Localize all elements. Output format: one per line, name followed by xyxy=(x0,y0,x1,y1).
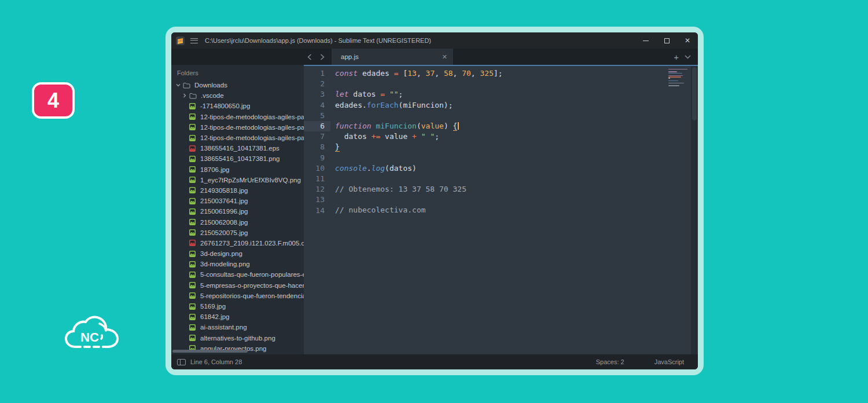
tree-file[interactable]: 2150061996.jpg xyxy=(171,206,304,217)
chevron-right-icon[interactable] xyxy=(181,93,188,98)
minimap[interactable] xyxy=(668,69,689,87)
tree-file[interactable]: 26761273_2109.i121.023.F.m005.c9.isometr xyxy=(171,238,304,248)
image-file-icon xyxy=(187,250,197,258)
title-bar[interactable]: C:\Users\jrclu\Downloads\app.js (Downloa… xyxy=(171,32,698,49)
code-editor[interactable]: 1234567891011121314 const edades = [13, … xyxy=(304,65,698,354)
image-file-icon xyxy=(187,313,197,321)
token-kw: let xyxy=(335,90,348,98)
code-line[interactable] xyxy=(335,153,698,163)
image-file-icon xyxy=(187,155,197,163)
maximize-button[interactable] xyxy=(656,32,677,49)
tree-folder[interactable]: .vscode xyxy=(171,90,304,101)
code-line[interactable]: // nubecolectiva.com xyxy=(335,205,698,215)
code-line[interactable]: } xyxy=(335,142,698,152)
tree-file[interactable]: -1714800650.jpg xyxy=(171,101,304,111)
line-number: 13 xyxy=(304,195,330,205)
image-file-icon xyxy=(187,292,197,299)
close-button[interactable]: ✕ xyxy=(677,32,698,49)
tree-file[interactable]: 12-tipos-de-metodologias-agiles-parte-2- xyxy=(171,133,304,143)
code-content[interactable]: const edades = [13, 37, 58, 70, 325];let… xyxy=(330,66,698,354)
token-plain: datos xyxy=(335,132,372,141)
menu-icon[interactable] xyxy=(190,38,198,43)
cursor-position[interactable]: Line 6, Column 28 xyxy=(190,358,242,365)
token-support: log xyxy=(372,164,385,173)
token-num: 70 xyxy=(462,69,471,78)
tree-file[interactable]: 5-empresas-o-proyectos-que-hacen-devop xyxy=(171,280,304,291)
token-num: 325 xyxy=(480,69,494,78)
minimap-line xyxy=(668,84,670,85)
tree-file[interactable]: 3d-modeling.png xyxy=(171,259,304,269)
code-line[interactable]: let datos = ""; xyxy=(335,89,698,100)
code-line[interactable]: // Obtenemos: 13 37 58 70 325 xyxy=(335,184,698,195)
token-kw: function xyxy=(335,122,372,130)
tree-item-label: alternatives-to-github.png xyxy=(200,335,275,342)
token-kw: const xyxy=(335,69,358,78)
sublime-text-window: C:\Users\jrclu\Downloads\app.js (Downloa… xyxy=(171,32,698,369)
tree-file[interactable]: alternatives-to-github.png xyxy=(171,333,304,343)
tab-close-icon[interactable]: ✕ xyxy=(442,53,447,61)
indentation-setting[interactable]: Spaces: 2 xyxy=(596,358,624,365)
tree-file[interactable]: 61842.jpg xyxy=(171,312,304,322)
main-area: Folders Downloads.vscode-1714800650.jpg1… xyxy=(171,65,698,354)
tree-item-label: 1_eyc7tRpZsMrUrEfXBIv8VQ.png xyxy=(200,177,301,184)
tree-item-label: 12-tipos-de-metodologias-agiles-parte-2- xyxy=(200,134,304,141)
tree-file[interactable]: 5169.jpg xyxy=(171,301,304,312)
code-line[interactable]: console.log(datos) xyxy=(335,163,698,174)
tree-file[interactable]: 2150520075.jpg xyxy=(171,228,304,238)
token-num: 37 xyxy=(426,69,435,78)
token-brace: { xyxy=(453,122,458,131)
tab-overflow-icon[interactable] xyxy=(685,55,691,59)
code-line[interactable]: edades.forEach(miFuncion); xyxy=(335,100,698,111)
tree-file[interactable]: 3d-design.png xyxy=(171,248,304,259)
tree-folder[interactable]: Downloads xyxy=(171,80,304,90)
minimap-line xyxy=(668,70,670,71)
tree-file[interactable]: 2149305818.jpg xyxy=(171,185,304,196)
token-fn: forEach xyxy=(367,101,399,109)
tree-file[interactable]: 18706.jpg xyxy=(171,164,304,175)
token-op: + xyxy=(412,132,417,141)
tree-item-label: -1714800650.jpg xyxy=(200,102,250,109)
page-background: 4 NC C:\Users\jrclu\Downlo xyxy=(0,0,868,403)
tab-appjs[interactable]: app.js ✕ xyxy=(332,49,453,65)
code-line[interactable]: const edades = [13, 37, 58, 70, 325]; xyxy=(335,68,698,79)
code-line[interactable] xyxy=(335,111,698,121)
code-line[interactable] xyxy=(335,195,698,205)
forward-arrow-icon[interactable] xyxy=(320,54,325,60)
image-file-icon xyxy=(187,208,197,215)
status-bar: Line 6, Column 28 Spaces: 2 JavaScript xyxy=(171,354,698,369)
code-line[interactable] xyxy=(335,79,698,89)
tree-file[interactable]: 2150062008.jpg xyxy=(171,217,304,227)
token-plain: [ xyxy=(399,69,408,78)
tree-file[interactable]: 2150037641.jpg xyxy=(171,196,304,206)
code-line[interactable] xyxy=(335,174,698,184)
token-param: value xyxy=(421,122,444,130)
code-line[interactable]: datos += value + " "; xyxy=(335,131,698,142)
tree-file[interactable]: ai-assistant.png xyxy=(171,322,304,332)
scrollbar-thumb[interactable] xyxy=(692,67,697,120)
tab-navigation xyxy=(304,49,332,65)
token-com: // Obtenemos: 13 37 58 70 325 xyxy=(335,185,466,193)
tree-file[interactable]: 12-tipos-de-metodologias-agiles-parte-1.… xyxy=(171,122,304,133)
editor-vertical-scrollbar[interactable] xyxy=(691,66,697,354)
eps-file-icon xyxy=(187,239,197,247)
token-plain: ; xyxy=(399,90,403,98)
minimize-button[interactable] xyxy=(635,32,656,49)
tree-file[interactable]: 138655416_10417381.png xyxy=(171,153,304,164)
token-str: " " xyxy=(421,132,435,141)
code-line[interactable]: function miFuncion(value) { xyxy=(335,121,698,131)
chevron-down-icon[interactable] xyxy=(175,83,182,87)
new-tab-button[interactable]: + xyxy=(674,53,679,61)
tree-file[interactable]: 5-consultas-que-fueron-populares-en-stac xyxy=(171,269,304,280)
back-arrow-icon[interactable] xyxy=(307,54,312,60)
tree-file[interactable]: 138655416_10417381.eps xyxy=(171,143,304,153)
sidebar-toggle-icon[interactable] xyxy=(177,359,186,365)
tree-file[interactable]: 5-repositorios-que-fueron-tendencia-en-g xyxy=(171,291,304,301)
tree-item-label: .vscode xyxy=(201,92,224,99)
token-num: 58 xyxy=(444,69,453,78)
sidebar-horizontal-scrollbar[interactable] xyxy=(172,350,248,353)
tree-file[interactable]: 1_eyc7tRpZsMrUrEfXBIv8VQ.png xyxy=(171,175,304,185)
token-plain: value xyxy=(380,132,412,141)
syntax-setting[interactable]: JavaScript xyxy=(654,358,684,365)
image-file-icon xyxy=(187,218,197,226)
tree-file[interactable]: 12-tipos-de-metodologias-agiles-parte-1- xyxy=(171,112,304,122)
